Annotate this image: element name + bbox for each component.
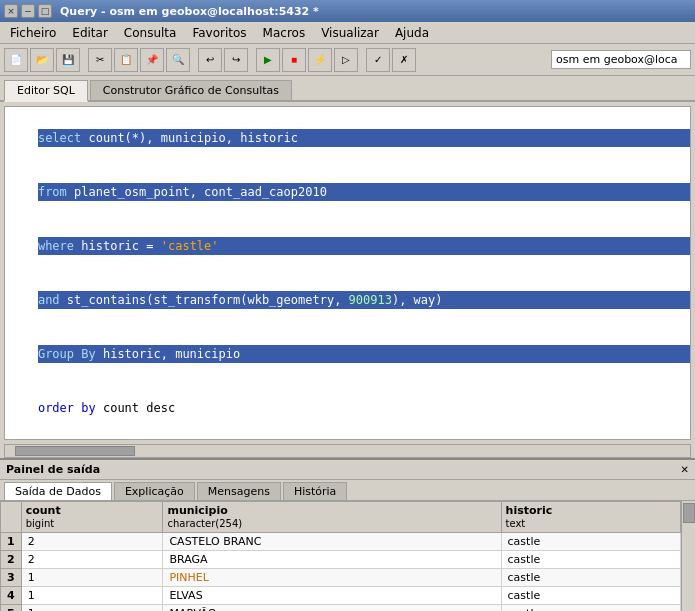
col-header-historic[interactable]: historic text [501, 502, 680, 533]
close-button[interactable]: × [4, 4, 18, 18]
tab-editor-sql[interactable]: Editor SQL [4, 80, 88, 102]
row-1-historic: castle [501, 533, 680, 551]
row-5-historic: castle [501, 605, 680, 612]
minimize-button[interactable]: − [21, 4, 35, 18]
table-row: 5 1 MARVÃO castle [1, 605, 681, 612]
search-button[interactable]: 🔍 [166, 48, 190, 72]
output-panel-header: Painel de saída ✕ [0, 458, 695, 480]
sql-editor[interactable]: select count(*), municipio, historic fro… [4, 106, 691, 440]
table-row: 3 1 PINHEL castle [1, 569, 681, 587]
sql-line-4: and st_contains(st_transform(wkb_geometr… [9, 273, 686, 327]
toolbar: 📄 📂 💾 ✂ 📋 📌 🔍 ↩ ↪ ▶ ■ ⚡ ▷ ✓ ✗ osm em geo… [0, 44, 695, 76]
paste-button[interactable]: 📌 [140, 48, 164, 72]
sql-line-3: where historic = 'castle' [9, 219, 686, 273]
new-button[interactable]: 📄 [4, 48, 28, 72]
row-5-municipio: MARVÃO [163, 605, 501, 612]
row-4-historic: castle [501, 587, 680, 605]
row-2-count: 2 [21, 551, 163, 569]
sql-line-6: order by count desc [9, 381, 686, 435]
col-header-municipio[interactable]: municipio character(254) [163, 502, 501, 533]
col-municipio-type: character(254) [167, 518, 242, 529]
sql-line-2: from planet_osm_point, cont_aad_caop2010 [9, 165, 686, 219]
menu-visualizar[interactable]: Visualizar [313, 24, 387, 42]
commit-button[interactable]: ✓ [366, 48, 390, 72]
data-table-wrapper: count bigint municipio character(254) hi… [0, 501, 681, 611]
run-script-button[interactable]: ▷ [334, 48, 358, 72]
output-panel-title: Painel de saída [6, 463, 100, 476]
menu-ajuda[interactable]: Ajuda [387, 24, 437, 42]
row-2-municipio: BRAGA [163, 551, 501, 569]
save-button[interactable]: 💾 [56, 48, 80, 72]
row-1-count: 2 [21, 533, 163, 551]
copy-button[interactable]: 📋 [114, 48, 138, 72]
menu-ficheiro[interactable]: Ficheiro [2, 24, 64, 42]
titlebar: × − □ Query - osm em geobox@localhost:54… [0, 0, 695, 22]
menu-favoritos[interactable]: Favoritos [184, 24, 254, 42]
col-header-count[interactable]: count bigint [21, 502, 163, 533]
panel-close-button[interactable]: ✕ [681, 464, 689, 475]
row-1-num: 1 [1, 533, 22, 551]
col-municipio-label: municipio [167, 504, 227, 517]
cut-button[interactable]: ✂ [88, 48, 112, 72]
sql-line-1: select count(*), municipio, historic [9, 111, 686, 165]
maximize-button[interactable]: □ [38, 4, 52, 18]
menu-macros[interactable]: Macros [255, 24, 314, 42]
table-row: 2 2 BRAGA castle [1, 551, 681, 569]
menu-editar[interactable]: Editar [64, 24, 116, 42]
undo-button[interactable]: ↩ [198, 48, 222, 72]
explain-button[interactable]: ⚡ [308, 48, 332, 72]
window-title: Query - osm em geobox@localhost:5432 * [60, 5, 319, 18]
table-row: 1 2 CASTELO BRANC castle [1, 533, 681, 551]
row-3-num: 3 [1, 569, 22, 587]
result-tab-explicacao[interactable]: Explicação [114, 482, 195, 500]
redo-button[interactable]: ↪ [224, 48, 248, 72]
result-tab-saida[interactable]: Saída de Dados [4, 482, 112, 500]
row-4-num: 4 [1, 587, 22, 605]
menu-consulta[interactable]: Consulta [116, 24, 185, 42]
result-tab-mensagens[interactable]: Mensagens [197, 482, 281, 500]
vertical-scrollbar[interactable] [681, 501, 695, 611]
sql-horizontal-scrollbar[interactable] [4, 444, 691, 458]
row-4-municipio: ELVAS [163, 587, 501, 605]
col-historic-type: text [506, 518, 526, 529]
result-tabbar: Saída de Dados Explicação Mensagens Hist… [0, 480, 695, 501]
table-row: 4 1 ELVAS castle [1, 587, 681, 605]
run-button[interactable]: ▶ [256, 48, 280, 72]
col-header-num [1, 502, 22, 533]
row-3-municipio: PINHEL [163, 569, 501, 587]
scrollbar-thumb-v[interactable] [683, 503, 695, 523]
col-historic-label: historic [506, 504, 553, 517]
row-1-municipio: CASTELO BRANC [163, 533, 501, 551]
row-5-count: 1 [21, 605, 163, 612]
tab-construtor[interactable]: Construtor Gráfico de Consultas [90, 80, 292, 100]
result-tab-historia[interactable]: História [283, 482, 347, 500]
connection-label: osm em geobox@loca [551, 50, 691, 69]
open-button[interactable]: 📂 [30, 48, 54, 72]
row-2-num: 2 [1, 551, 22, 569]
row-4-count: 1 [21, 587, 163, 605]
titlebar-buttons: × − □ [4, 4, 52, 18]
scrollbar-thumb[interactable] [15, 446, 135, 456]
data-table-area: count bigint municipio character(254) hi… [0, 501, 695, 611]
col-count-label: count [26, 504, 61, 517]
col-count-type: bigint [26, 518, 55, 529]
row-2-historic: castle [501, 551, 680, 569]
rollback-button[interactable]: ✗ [392, 48, 416, 72]
menubar: Ficheiro Editar Consulta Favoritos Macro… [0, 22, 695, 44]
editor-tabbar: Editor SQL Construtor Gráfico de Consult… [0, 76, 695, 102]
sql-line-5: Group By historic, municipio [9, 327, 686, 381]
row-3-historic: castle [501, 569, 680, 587]
row-5-num: 5 [1, 605, 22, 612]
stop-button[interactable]: ■ [282, 48, 306, 72]
results-table: count bigint municipio character(254) hi… [0, 501, 681, 611]
row-3-count: 1 [21, 569, 163, 587]
